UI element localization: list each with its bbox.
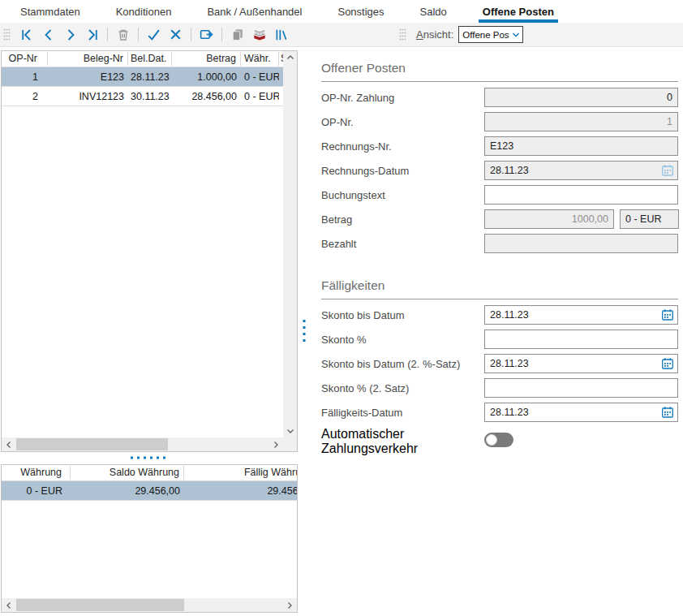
tab-stammdaten[interactable]: Stammdaten — [16, 0, 84, 23]
toolbar-grip-icon[interactable] — [3, 28, 11, 41]
view-select[interactable]: Offene Posten — [458, 26, 523, 43]
calendar-icon[interactable] — [660, 405, 675, 420]
tab-bar: Stammdaten Konditionen Bank / Außenhande… — [0, 0, 683, 23]
open-in-window-button[interactable] — [196, 24, 217, 45]
auto-zahlungsverkehr-toggle[interactable] — [484, 433, 513, 447]
scroll-right-icon[interactable] — [286, 601, 294, 610]
scroll-left-icon[interactable] — [5, 601, 13, 610]
tab-offene-posten[interactable]: Offene Posten — [479, 0, 558, 23]
toolbar: Ansicht: Offene Posten — [0, 23, 683, 47]
form-row: Rechnungs-Datum — [321, 161, 678, 180]
open-items-table: OP-Nr Beleg-Nr Bel.Dat. Betrag Währ. S 1… — [1, 50, 298, 452]
tab-saldo[interactable]: Saldo — [416, 0, 451, 23]
calendar-icon[interactable] — [660, 356, 675, 371]
horizontal-splitter[interactable] — [1, 453, 298, 463]
toolbar-grip-icon[interactable] — [399, 28, 406, 41]
toolbar-separator — [191, 28, 191, 41]
scrollbar-thumb[interactable] — [16, 438, 168, 450]
column-header-waehrung[interactable]: Währung — [2, 466, 71, 480]
skonto-prozent-label: Skonto % — [321, 334, 484, 346]
op-nr-zahlung-label: OP-Nr. Zahlung — [321, 92, 484, 104]
form-row: OP-Nr. Zahlung — [321, 88, 678, 107]
skonto-bis-datum-label: Skonto bis Datum — [321, 309, 484, 321]
cell-waehr: 0 - EUR — [241, 91, 279, 102]
scroll-left-icon[interactable] — [5, 441, 13, 449]
auto-zahlungsverkehr-label: Automatischer Zahlungsverkehr — [321, 427, 484, 456]
confirm-button[interactable] — [144, 24, 164, 45]
column-header-beleg-nr[interactable]: Beleg-Nr — [48, 52, 128, 66]
faelligkeits-datum-input[interactable] — [484, 403, 678, 422]
ledger-book-button[interactable] — [249, 24, 269, 45]
skonto-bis-datum-input[interactable] — [484, 305, 678, 325]
op-nr-zahlung-input — [484, 88, 678, 107]
cell-beleg-nr: E123 — [48, 71, 128, 83]
skonto-prozent-2-input[interactable] — [484, 378, 678, 398]
books-button[interactable] — [271, 24, 291, 45]
cell-bel-dat: 30.11.23 — [128, 91, 172, 102]
cell-betrag: 1.000,00 — [172, 71, 241, 83]
detail-form: Offener Posten OP-Nr. Zahlung OP-Nr. Rec… — [321, 61, 678, 445]
column-header-saldo-waehrung[interactable]: Saldo Währung — [71, 466, 184, 480]
scroll-down-icon[interactable] — [286, 427, 294, 435]
first-record-button[interactable] — [16, 24, 37, 45]
tab-sonstiges[interactable]: Sonstiges — [333, 0, 388, 23]
op-nr-input — [484, 112, 678, 131]
buchungstext-input[interactable] — [484, 185, 678, 205]
last-record-button[interactable] — [82, 24, 102, 45]
section-title-faelligkeiten: Fälligkeiten — [321, 278, 678, 299]
cancel-button[interactable] — [165, 24, 186, 45]
form-row: Automatischer Zahlungsverkehr — [321, 427, 678, 445]
cell-faellig-waehrung: 29.456,00 — [184, 485, 298, 497]
toolbar-separator — [221, 28, 222, 41]
skonto-prozent-input[interactable] — [484, 330, 678, 349]
next-record-button[interactable] — [60, 24, 80, 45]
form-row: Skonto % — [321, 330, 678, 349]
column-header-betrag[interactable]: Betrag — [172, 52, 241, 66]
cell-beleg-nr: INV12123 — [48, 91, 128, 102]
cell-saldo-waehrung: 29.456,00 — [71, 485, 184, 497]
calendar-icon[interactable] — [660, 308, 675, 322]
view-label-rest: nsicht: — [423, 28, 454, 41]
vertical-scrollbar[interactable] — [283, 51, 297, 437]
column-header-op-nr[interactable]: OP-Nr — [2, 52, 48, 66]
previous-record-button[interactable] — [38, 24, 58, 45]
application-window: Stammdaten Konditionen Bank / Außenhande… — [0, 0, 683, 616]
toggle-knob — [486, 434, 497, 446]
cell-waehr: 0 - EUR — [241, 71, 279, 83]
scroll-up-icon[interactable] — [286, 54, 294, 62]
cell-op-nr: 2 — [2, 91, 48, 102]
vertical-splitter[interactable] — [300, 318, 308, 344]
open-items-table-header: OP-Nr Beleg-Nr Bel.Dat. Betrag Währ. S — [2, 51, 283, 67]
op-nr-label: OP-Nr. — [321, 116, 484, 128]
form-row: Fälligkeits-Datum — [321, 403, 678, 422]
splitter-dots-icon — [131, 456, 168, 459]
bezahlt-label: Bezahlt — [321, 238, 484, 250]
cell-betrag: 28.456,00 — [172, 91, 241, 102]
betrag-label: Betrag — [321, 213, 484, 226]
section-title-offener-posten: Offener Posten — [321, 61, 678, 82]
skonto-bis-datum-2-label: Skonto bis Datum (2. %-Satz) — [321, 358, 484, 370]
skonto-prozent-2-label: Skonto % (2. Satz) — [321, 382, 484, 394]
scroll-right-icon[interactable] — [272, 441, 280, 449]
table-row-selected[interactable]: 1 E123 28.11.23 1.000,00 0 - EUR — [2, 67, 283, 87]
bezahlt-input — [484, 234, 678, 253]
tab-konditionen[interactable]: Konditionen — [112, 0, 176, 23]
column-header-faellig-waehrung[interactable]: Fällig Währung — [184, 466, 298, 480]
tab-bank-aussenhandel[interactable]: Bank / Außenhandel — [203, 0, 306, 23]
rechnungs-nr-input — [484, 136, 678, 156]
horizontal-scrollbar[interactable] — [2, 437, 283, 451]
calendar-icon — [660, 163, 675, 178]
splitter-dots-icon — [303, 320, 306, 342]
scrollbar-thumb[interactable] — [16, 599, 184, 611]
chevron-down-icon — [509, 31, 522, 39]
table-row-selected[interactable]: 0 - EUR 29.456,00 29.456,00 — [2, 481, 297, 501]
skonto-bis-datum-2-input[interactable] — [484, 354, 678, 373]
column-header-waehr[interactable]: Währ. — [241, 52, 279, 66]
currency-select[interactable]: 0 - EUR — [620, 209, 679, 229]
table-row[interactable]: 2 INV12123 30.11.23 28.456,00 0 - EUR — [2, 87, 283, 106]
form-row: Buchungstext — [321, 185, 678, 205]
horizontal-scrollbar[interactable] — [2, 598, 297, 612]
column-header-bel-dat[interactable]: Bel.Dat. — [128, 52, 172, 66]
rechnungs-nr-label: Rechnungs-Nr. — [321, 140, 484, 153]
delete-button — [113, 24, 133, 45]
